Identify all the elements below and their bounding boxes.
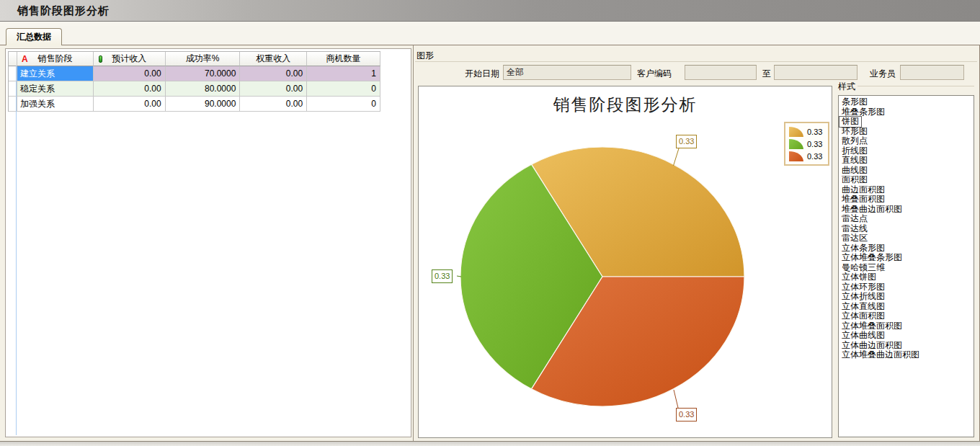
style-list-item[interactable]: 直线图 <box>839 156 870 166</box>
table-row[interactable]: 建立关系 0.00 70.0000 0.00 1 <box>9 66 380 81</box>
legend-label: 0.33 <box>807 140 822 148</box>
style-list-item[interactable]: 堆叠条形图 <box>839 107 887 117</box>
chart-style-list[interactable]: 条形图 堆叠条形图 饼图 环形图 散列点 折线图 直线图 曲线图 面积图 曲边面… <box>838 95 974 437</box>
table-row[interactable]: 稳定关系 0.00 80.0000 0.00 0 <box>9 81 380 97</box>
style-list-item[interactable]: 堆叠面积图 <box>839 195 887 205</box>
opportunity-count-cell[interactable]: 1 <box>307 66 380 81</box>
weighted-income-cell[interactable]: 0.00 <box>240 66 307 81</box>
style-list-item[interactable]: 雷达区 <box>839 233 870 244</box>
graph-group-border <box>415 61 977 62</box>
style-list-item[interactable]: 立体面积图 <box>839 311 887 321</box>
legend-swatch-rust-icon <box>789 151 803 161</box>
style-list-item-selected[interactable]: 饼图 <box>839 117 861 127</box>
graph-group-caption: 图形 <box>416 50 434 62</box>
legend-item: 0.33 <box>789 150 824 162</box>
style-list-item[interactable]: 立体堆叠条形图 <box>839 253 904 263</box>
salesman-label: 业务员 <box>870 68 896 79</box>
style-list-item[interactable]: 曲边面积图 <box>839 185 887 195</box>
style-list-item[interactable]: 雷达点 <box>839 214 870 224</box>
to-label: 至 <box>762 68 771 79</box>
style-group-caption: 样式 <box>838 81 855 93</box>
style-list-item[interactable]: 立体堆叠曲边面积图 <box>839 350 922 360</box>
slice-label-rust: 0.33 <box>676 408 697 422</box>
style-list-item[interactable]: 立体直线图 <box>839 302 887 312</box>
column-header-label: 权重收入 <box>256 53 290 65</box>
style-list-item[interactable]: 环形图 <box>839 127 870 137</box>
chart-title: 销售阶段图形分析 <box>419 94 832 116</box>
style-list-item[interactable]: 条形图 <box>839 97 870 107</box>
start-date-label: 开始日期 <box>465 68 499 79</box>
style-list-item[interactable]: 立体条形图 <box>839 244 887 254</box>
customer-code-label: 客户编码 <box>637 68 672 79</box>
legend-label: 0.33 <box>807 128 822 136</box>
style-list-item[interactable]: 立体折线图 <box>839 292 887 302</box>
legend-swatch-green-icon <box>789 139 803 149</box>
opportunity-count-cell[interactable]: 0 <box>307 81 380 97</box>
style-list-item[interactable]: 立体饼图 <box>839 272 878 282</box>
column-header-success-rate[interactable]: 成功率% <box>166 52 241 66</box>
weighted-income-cell[interactable]: 0.00 <box>240 81 307 97</box>
legend-swatch-orange-icon <box>789 127 803 137</box>
slice-label-orange: 0.33 <box>676 135 697 148</box>
filter-bar-icon <box>99 55 102 63</box>
leader-line-orange <box>674 148 680 166</box>
window-bottom-edge <box>0 441 980 446</box>
grid-indicator-divider <box>16 66 17 435</box>
chart-canvas: 销售阶段图形分析 0.33 0.33 0.33 0.33 0.33 0.33 <box>418 86 832 438</box>
customer-code-from-input[interactable] <box>685 65 757 80</box>
style-list-item[interactable]: 堆叠曲边面积图 <box>839 205 904 215</box>
column-header-label: 商机数量 <box>326 53 361 65</box>
style-list-item[interactable]: 折线图 <box>839 146 870 156</box>
graph-panel: 图形 开始日期 客户编码 至 业务员 <box>415 45 977 442</box>
salesman-input[interactable] <box>900 65 964 80</box>
expected-income-cell[interactable]: 0.00 <box>94 66 166 81</box>
success-rate-cell[interactable]: 80.0000 <box>166 81 241 97</box>
style-list-item[interactable]: 雷达线 <box>839 224 870 234</box>
style-list-item[interactable]: 立体环形图 <box>839 282 887 293</box>
column-header-stage[interactable]: A 销售阶段 <box>17 52 94 66</box>
stage-cell-selected[interactable]: 建立关系 <box>17 66 94 81</box>
success-rate-cell[interactable]: 70.0000 <box>166 66 241 81</box>
style-list-item[interactable]: 面积图 <box>839 175 870 185</box>
page-title: 销售阶段图形分析 <box>17 4 110 18</box>
opportunity-count-cell[interactable]: 0 <box>307 97 380 112</box>
customer-code-to-input[interactable] <box>774 65 858 80</box>
tab-bar: 汇总数据 <box>0 26 980 45</box>
content-area: A 销售阶段 预计收入 成功率% 权重收入 商机数量 <box>0 45 980 441</box>
expected-income-cell[interactable]: 0.00 <box>94 97 166 112</box>
legend-item: 0.33 <box>789 125 824 138</box>
row-indicator-header <box>9 52 17 66</box>
column-header-label: 预计收入 <box>112 53 146 65</box>
weighted-income-cell[interactable]: 0.00 <box>240 97 307 112</box>
sort-a-icon: A <box>22 54 28 64</box>
style-list-item[interactable]: 曼哈顿三维 <box>839 263 887 273</box>
success-rate-cell[interactable]: 90.0000 <box>166 97 241 112</box>
stage-cell[interactable]: 稳定关系 <box>17 81 94 97</box>
style-list-item[interactable]: 散列点 <box>839 136 870 146</box>
pie-chart <box>419 86 832 437</box>
style-list-item[interactable]: 立体曲边面积图 <box>839 341 904 351</box>
column-header-weighted-income[interactable]: 权重收入 <box>240 52 307 66</box>
tab-summary-data[interactable]: 汇总数据 <box>6 28 62 45</box>
panel-divider <box>413 45 414 442</box>
start-date-input[interactable] <box>503 65 631 80</box>
legend-item: 0.33 <box>789 138 824 150</box>
table-row[interactable]: 加强关系 0.00 90.0000 0.00 0 <box>9 97 380 112</box>
window-titlebar: 销售阶段图形分析 <box>0 0 980 22</box>
chart-legend: 0.33 0.33 0.33 <box>784 122 829 166</box>
stage-cell[interactable]: 加强关系 <box>17 97 94 112</box>
sales-stage-table: A 销售阶段 预计收入 成功率% 权重收入 商机数量 <box>8 51 380 112</box>
style-list-item[interactable]: 立体曲线图 <box>839 331 887 341</box>
expected-income-cell[interactable]: 0.00 <box>94 81 166 97</box>
column-header-expected-income[interactable]: 预计收入 <box>94 52 166 66</box>
column-header-label: 成功率% <box>186 53 220 65</box>
column-header-opportunity-count[interactable]: 商机数量 <box>307 52 380 66</box>
legend-label: 0.33 <box>807 152 822 161</box>
summary-grid-panel: A 销售阶段 预计收入 成功率% 权重收入 商机数量 <box>5 48 411 437</box>
table-header-row: A 销售阶段 预计收入 成功率% 权重收入 商机数量 <box>9 52 380 66</box>
style-list-item[interactable]: 曲线图 <box>839 166 870 176</box>
style-list-item[interactable]: 立体堆叠面积图 <box>839 321 904 331</box>
slice-label-green: 0.33 <box>432 269 453 283</box>
leader-line-rust <box>674 390 678 408</box>
style-group-border <box>858 86 974 86</box>
